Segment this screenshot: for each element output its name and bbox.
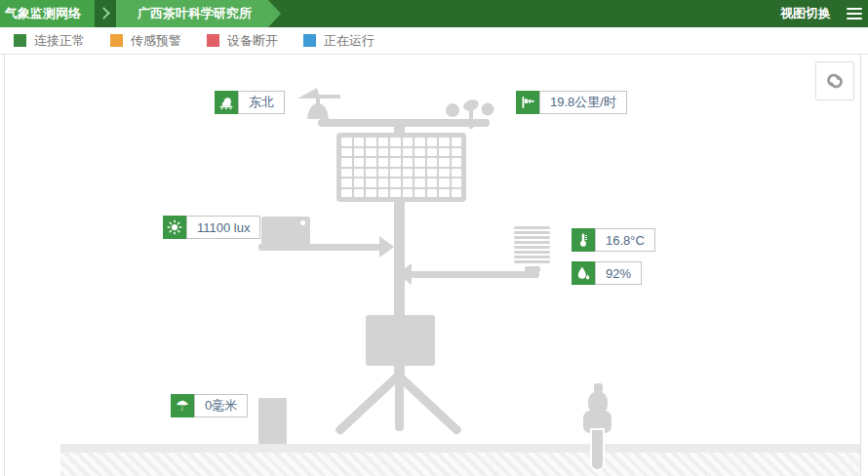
legend-label-connected: 连接正常	[34, 32, 85, 50]
light-value: 11100 lux	[186, 216, 260, 239]
station-diagram: 东北 19.8公里/时	[0, 55, 868, 476]
breadcrumb-network[interactable]: 气象监测网络	[0, 0, 95, 27]
water-drop-icon	[572, 261, 595, 285]
weathervane-icon	[215, 91, 238, 114]
humidity-badge[interactable]: 92%	[572, 261, 642, 285]
sync-icon	[824, 70, 846, 92]
legend-swatch-warning	[110, 34, 123, 47]
ground-surface	[60, 444, 860, 453]
sun-icon	[163, 216, 186, 239]
solar-panel-grid	[336, 133, 466, 202]
legend-label-running: 正在运行	[324, 32, 375, 50]
tripod-leg-right	[395, 373, 462, 436]
tripod-center-leg	[395, 366, 404, 431]
radiation-shield-base	[525, 266, 540, 272]
legend-label-warning: 传感预警	[131, 32, 181, 50]
wind-speed-badge[interactable]: 19.8公里/时	[516, 91, 627, 114]
breadcrumb-network-label: 气象监测网络	[5, 5, 81, 22]
legend-swatch-connected	[14, 34, 26, 47]
wind-direction-value: 东北	[238, 91, 285, 114]
light-sensor-box	[261, 217, 310, 245]
chevron-right-icon	[98, 7, 110, 20]
temperature-value: 16.8°C	[595, 228, 655, 252]
weather-station-page: 气象监测网络 广西茶叶科学研究所 视图切换 连接正常 传感预警 设备断开 正在运…	[0, 0, 868, 476]
content-left-border	[4, 55, 5, 476]
radiation-shield	[514, 226, 550, 272]
legend-item-connected: 连接正常	[14, 32, 85, 50]
humidity-value: 92%	[595, 261, 642, 285]
breadcrumb-site-label: 广西茶叶科学研究所	[138, 5, 252, 22]
control-box	[366, 315, 435, 366]
ground-hatch	[60, 453, 860, 476]
rainfall-value: 0毫米	[194, 394, 248, 417]
right-arm-arrowhead	[397, 263, 412, 285]
breadcrumb-site[interactable]: 广西茶叶科学研究所	[116, 0, 281, 27]
wind-direction-badge[interactable]: 东北	[215, 91, 285, 114]
wind-vane-graphic	[297, 86, 346, 121]
sensor-indicator-dot	[300, 220, 305, 225]
legend-swatch-running	[303, 34, 316, 47]
view-switch-button[interactable]: 视图切换	[780, 5, 831, 22]
left-sensor-arm	[258, 244, 381, 251]
light-badge[interactable]: 11100 lux	[163, 216, 260, 239]
umbrella-icon: ☂	[171, 394, 194, 417]
rainfall-badge[interactable]: ☂ 0毫米	[171, 394, 248, 417]
right-sensor-arm	[411, 271, 539, 278]
tripod-leg-left	[335, 373, 402, 436]
rain-gauge-cylinder	[258, 398, 287, 444]
topbar-right: 视图切换	[780, 0, 868, 27]
status-legend: 连接正常 传感预警 设备断开 正在运行	[0, 27, 868, 55]
thermometer-icon	[572, 228, 595, 252]
legend-item-running: 正在运行	[303, 32, 375, 50]
anemometer-graphic	[444, 98, 496, 129]
soil-sensor-probe	[583, 383, 612, 471]
legend-label-disconnected: 设备断开	[227, 32, 278, 50]
topbar: 气象监测网络 广西茶叶科学研究所 视图切换	[0, 0, 868, 27]
content-right-border	[860, 55, 861, 476]
sync-button[interactable]	[815, 61, 854, 100]
legend-item-disconnected: 设备断开	[207, 32, 278, 50]
left-arm-arrowhead	[379, 236, 394, 258]
windsock-icon	[516, 91, 539, 114]
hamburger-menu-icon[interactable]	[847, 8, 862, 20]
legend-item-warning: 传感预警	[110, 32, 181, 50]
legend-swatch-disconnected	[207, 34, 219, 47]
wind-speed-value: 19.8公里/时	[539, 91, 627, 114]
temperature-badge[interactable]: 16.8°C	[572, 228, 655, 252]
